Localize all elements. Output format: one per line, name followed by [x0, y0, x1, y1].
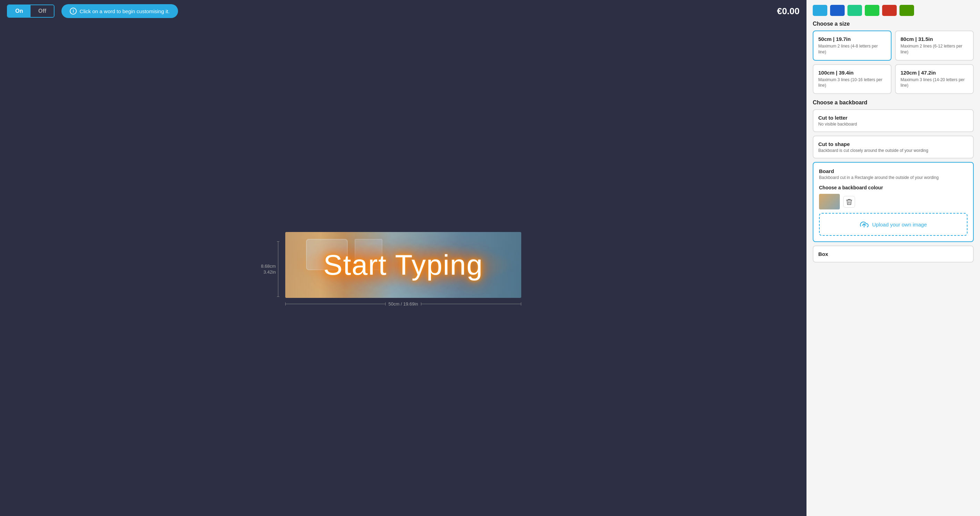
ruler-line-left [285, 304, 385, 304]
ruler-line-right [421, 304, 521, 304]
uploaded-thumb-inner [819, 194, 840, 210]
left-panel: On Off i Click on a word to begin custom… [0, 0, 807, 516]
cut-to-shape-title: Cut to shape [818, 141, 968, 147]
cut-to-letter-desc: No visible backboard [818, 122, 968, 127]
toggle-on-button[interactable]: On [8, 5, 30, 17]
upload-text: Upload your own image [872, 222, 927, 227]
size-name-100cm: 100cm | 39.4in [818, 70, 886, 76]
swatch-blue[interactable] [830, 5, 845, 16]
size-name-120cm: 120cm | 47.2in [900, 70, 968, 76]
board-title: Board [819, 168, 967, 174]
top-bar: On Off i Click on a word to begin custom… [0, 0, 807, 22]
swatch-green[interactable] [865, 5, 879, 16]
swatch-red[interactable] [882, 5, 897, 16]
toggle-group: On Off [7, 5, 54, 18]
backboard-colour-title: Choose a backboard colour [819, 185, 967, 191]
info-icon: i [70, 8, 77, 14]
height-label: 8.68cm 3.42in [261, 241, 278, 297]
toggle-off-button[interactable]: Off [30, 5, 54, 17]
upload-cloud-icon [859, 221, 869, 228]
trash-icon [846, 198, 852, 205]
board-desc: Backboard cut in a Rectangle around the … [819, 175, 967, 180]
backboard-board-expanded[interactable]: Board Backboard cut in a Rectangle aroun… [813, 162, 974, 242]
width-ruler: 50cm / 19.69in [285, 301, 521, 306]
uploaded-thumb [819, 194, 840, 210]
hint-pill: i Click on a word to begin customising i… [61, 4, 178, 18]
sign-text[interactable]: Start Typing [323, 249, 483, 281]
cut-to-shape-desc: Backboard is cut closely around the outs… [818, 148, 968, 153]
size-grid: 50cm | 19.7in Maximum 2 lines (4-8 lette… [813, 30, 974, 94]
height-cm: 8.68cm [261, 264, 276, 269]
cut-to-letter-title: Cut to letter [818, 115, 968, 121]
height-in: 3.42in [263, 270, 275, 275]
size-desc-100cm: Maximum 3 lines (10-16 letters per line) [818, 77, 886, 89]
width-label: 50cm / 19.69in [388, 301, 418, 306]
sign-wrapper: 8.68cm 3.42in Start Typing [285, 232, 521, 306]
size-section-title: Choose a size [813, 21, 974, 27]
uploaded-image-row [819, 194, 967, 210]
backboard-box[interactable]: Box [813, 246, 974, 262]
hint-text: Click on a word to begin customising it. [80, 8, 169, 14]
size-desc-80cm: Maximum 2 lines (6-12 letters per line) [900, 43, 968, 55]
size-option-80cm[interactable]: 80cm | 31.5in Maximum 2 lines (6-12 lett… [895, 30, 974, 61]
size-section: Choose a size 50cm | 19.7in Maximum 2 li… [807, 21, 980, 94]
size-name-80cm: 80cm | 31.5in [900, 36, 968, 42]
box-title: Box [818, 251, 968, 257]
swatch-light-blue[interactable] [813, 5, 827, 16]
size-option-100cm[interactable]: 100cm | 39.4in Maximum 3 lines (10-16 le… [813, 64, 891, 94]
price-display: €0.00 [777, 6, 800, 17]
backboard-section: Choose a backboard Cut to letter No visi… [807, 100, 980, 242]
swatch-green-light[interactable] [848, 5, 862, 16]
sign-image-container[interactable]: Start Typing [285, 232, 521, 298]
backboard-cut-to-shape[interactable]: Cut to shape Backboard is cut closely ar… [813, 136, 974, 159]
color-swatches-row [807, 0, 980, 21]
size-desc-120cm: Maximum 3 lines (14-20 letters per line) [900, 77, 968, 89]
swatch-dark-green[interactable] [899, 5, 914, 16]
size-name-50cm: 50cm | 19.7in [818, 36, 886, 42]
backboard-cut-to-letter[interactable]: Cut to letter No visible backboard [813, 109, 974, 132]
size-desc-50cm: Maximum 2 lines (4-8 letters per line) [818, 43, 886, 55]
sign-background: Start Typing [285, 232, 521, 298]
height-line [278, 241, 278, 297]
right-panel: Choose a size 50cm | 19.7in Maximum 2 li… [807, 0, 980, 516]
upload-zone[interactable]: Upload your own image [819, 213, 967, 236]
size-option-50cm[interactable]: 50cm | 19.7in Maximum 2 lines (4-8 lette… [813, 30, 891, 61]
canvas-area: 8.68cm 3.42in Start Typing [0, 22, 807, 516]
backboard-section-title: Choose a backboard [813, 100, 974, 106]
size-option-120cm[interactable]: 120cm | 47.2in Maximum 3 lines (14-20 le… [895, 64, 974, 94]
delete-image-button[interactable] [843, 196, 855, 208]
